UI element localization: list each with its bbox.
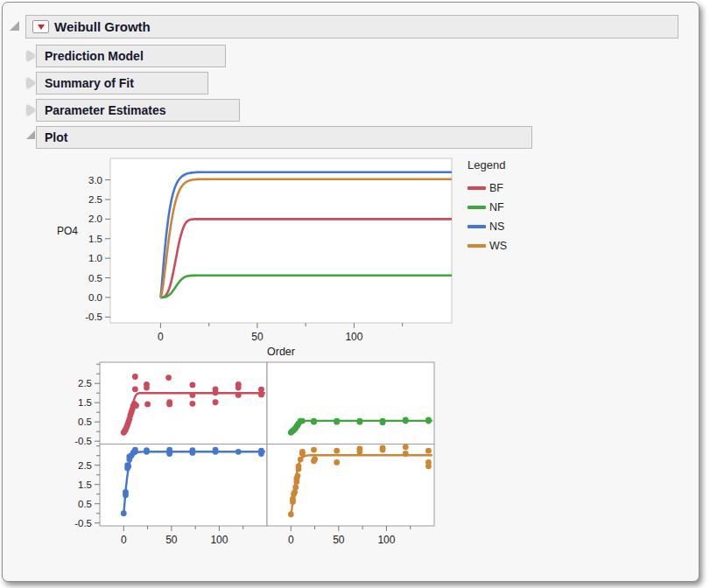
section-label: Parameter Estimates (37, 103, 166, 117)
svg-text:1.0: 1.0 (88, 253, 102, 263)
legend-label: NF (489, 201, 504, 214)
svg-text:Order: Order (267, 346, 295, 358)
section-label: Prediction Model (37, 49, 144, 63)
svg-text:0.5: 0.5 (78, 499, 92, 509)
bf-line-swatch-icon (467, 186, 486, 190)
legend-item-ns[interactable]: NS (467, 217, 507, 236)
svg-text:50: 50 (333, 534, 345, 546)
svg-text:0.5: 0.5 (78, 416, 92, 427)
svg-text:1.5: 1.5 (88, 234, 102, 244)
section-header-plot[interactable]: Plot (36, 126, 532, 149)
svg-text:2.5: 2.5 (78, 378, 92, 388)
svg-text:0.5: 0.5 (88, 273, 102, 284)
svg-text:3.0: 3.0 (88, 175, 102, 186)
legend-label: NS (489, 220, 504, 233)
section-label: Plot (37, 130, 67, 144)
svg-text:0: 0 (288, 534, 294, 546)
report-title: Weibull Growth (54, 19, 151, 34)
section-label: Summary of Fit (37, 76, 134, 90)
svg-text:100: 100 (377, 534, 395, 546)
svg-text:-0.5: -0.5 (74, 436, 92, 446)
parameter-estimates-disclosure-collapsed-icon[interactable] (27, 105, 35, 116)
section-header-summary-of-fit[interactable]: Summary of Fit (36, 72, 208, 94)
section-header-parameter-estimates[interactable]: Parameter Estimates (36, 99, 240, 122)
legend-title: Legend (467, 158, 507, 172)
legend-item-bf[interactable]: BF (467, 178, 507, 198)
svg-text:2.5: 2.5 (88, 194, 102, 205)
screenshot-stage: Weibull Growth Prediction Model Summary … (0, 0, 710, 588)
ws-line-swatch-icon (467, 244, 486, 248)
svg-text:1.5: 1.5 (78, 480, 92, 490)
svg-text:-0.5: -0.5 (74, 518, 92, 528)
svg-text:0: 0 (158, 331, 164, 343)
svg-text:0: 0 (121, 534, 127, 546)
section-header-prediction-model[interactable]: Prediction Model (36, 45, 226, 67)
legend: Legend BF NF NS WS (467, 158, 507, 256)
svg-text:50: 50 (251, 331, 264, 343)
report-title-bar[interactable]: Weibull Growth (25, 15, 678, 38)
legend-label: BF (489, 182, 503, 194)
ns-line-swatch-icon (467, 225, 486, 228)
svg-text:2.0: 2.0 (88, 214, 102, 224)
legend-label: WS (489, 240, 507, 252)
svg-text:2.5: 2.5 (78, 460, 92, 471)
red-triangle-icon (38, 24, 45, 30)
prediction-model-disclosure-collapsed-icon[interactable] (27, 51, 35, 61)
legend-item-nf[interactable]: NF (467, 198, 507, 217)
outline-disclosure-expanded-icon[interactable] (10, 21, 19, 31)
summary-of-fit-disclosure-collapsed-icon[interactable] (27, 78, 35, 88)
jmp-report-window: Weibull Growth Prediction Model Summary … (2, 2, 699, 582)
svg-text:0.0: 0.0 (88, 292, 102, 303)
svg-text:100: 100 (210, 534, 228, 546)
svg-text:1.5: 1.5 (78, 397, 92, 408)
svg-text:100: 100 (345, 331, 362, 343)
plot-disclosure-expanded-icon[interactable] (26, 130, 35, 139)
main-weibull-growth-chart: 050100-0.50.00.51.01.52.02.53.0Order (75, 151, 469, 361)
legend-item-ws[interactable]: WS (467, 236, 507, 256)
small-multiples-by-group-chart: 050100050100-0.50.51.52.5-0.50.51.52.5 (49, 358, 453, 572)
nf-line-swatch-icon (467, 206, 486, 209)
red-triangle-menu-button[interactable] (32, 20, 49, 33)
svg-text:50: 50 (165, 534, 178, 546)
svg-text:-0.5: -0.5 (85, 312, 102, 322)
